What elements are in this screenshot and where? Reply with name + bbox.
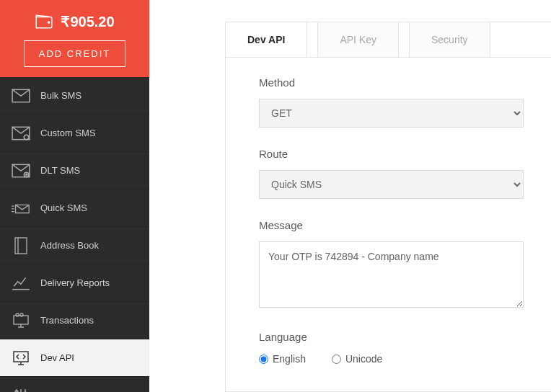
panel: Dev API API Key Security Method GET Rout… (225, 22, 551, 392)
radio-unicode[interactable]: Unicode (332, 353, 382, 365)
book-icon (12, 238, 30, 254)
sliders-icon (12, 388, 30, 393)
nav: Bulk SMS Custom SMS DLT SMS Quick SMS Ad… (0, 77, 149, 392)
sidebar-item-label: Custom SMS (40, 128, 96, 138)
svg-rect-10 (14, 352, 28, 362)
add-credit-button[interactable]: ADD CREDIT (24, 40, 125, 67)
sidebar-item-delivery-reports[interactable]: Delivery Reports (0, 264, 149, 302)
svg-rect-6 (15, 238, 27, 254)
sidebar-item-label: Delivery Reports (40, 277, 110, 288)
svg-point-8 (16, 313, 19, 316)
sidebar-item-label: DLT SMS (40, 165, 80, 176)
envelope-send-icon (12, 200, 30, 216)
sidebar-item-quick-sms[interactable]: Quick SMS (0, 190, 149, 227)
tabs: Dev API API Key Security (226, 22, 551, 58)
tab-security[interactable]: Security (409, 22, 490, 57)
sidebar-item-settings[interactable]: Settings (0, 377, 149, 392)
svg-point-3 (24, 135, 29, 140)
tab-dev-api[interactable]: Dev API (226, 22, 307, 57)
language-label: Language (259, 331, 524, 343)
sidebar-item-dev-api[interactable]: Dev API (0, 339, 149, 377)
route-label: Route (259, 148, 524, 160)
tab-api-key[interactable]: API Key (317, 22, 399, 57)
radio-unicode-input[interactable] (332, 355, 341, 364)
method-label: Method (259, 76, 524, 89)
wallet-balance-text: ₹905.20 (61, 13, 114, 30)
sidebar-item-label: Bulk SMS (40, 90, 81, 101)
envelope-gear-icon (12, 125, 30, 141)
form: Method GET Route Quick SMS Message Langu… (226, 58, 551, 365)
svg-point-9 (20, 313, 23, 316)
code-monitor-icon (12, 350, 30, 366)
sidebar-item-label: Dev API (40, 352, 74, 363)
language-radio-group: English Unicode (259, 353, 524, 365)
envelope-icon (12, 88, 30, 104)
sidebar-item-label: Transactions (40, 315, 94, 326)
radio-english-input[interactable] (259, 355, 268, 364)
sidebar-item-custom-sms[interactable]: Custom SMS (0, 115, 149, 152)
wallet-block: ₹905.20 ADD CREDIT (0, 0, 149, 77)
content: Dev API API Key Security Method GET Rout… (149, 0, 551, 392)
sidebar: ₹905.20 ADD CREDIT Bulk SMS Custom SMS D… (0, 0, 149, 392)
svg-rect-7 (14, 316, 28, 324)
sidebar-item-label: Address Book (40, 240, 99, 251)
sidebar-item-transactions[interactable]: Transactions (0, 302, 149, 339)
svg-point-0 (48, 22, 50, 23)
route-select[interactable]: Quick SMS (259, 170, 524, 199)
chart-icon (12, 275, 30, 291)
wallet-icon (35, 14, 53, 30)
sidebar-item-bulk-sms[interactable]: Bulk SMS (0, 77, 149, 115)
radio-english-label: English (273, 353, 306, 365)
sidebar-item-address-book[interactable]: Address Book (0, 227, 149, 264)
message-textarea[interactable] (259, 241, 524, 308)
monitor-money-icon (12, 313, 30, 329)
radio-english[interactable]: English (259, 353, 306, 365)
message-label: Message (259, 219, 524, 231)
envelope-plus-icon (12, 163, 30, 179)
sidebar-item-dlt-sms[interactable]: DLT SMS (0, 152, 149, 190)
radio-unicode-label: Unicode (345, 353, 382, 365)
decorative-blob (149, 0, 236, 375)
wallet-balance: ₹905.20 (35, 13, 114, 30)
method-select[interactable]: GET (259, 99, 524, 128)
sidebar-item-label: Quick SMS (40, 202, 87, 213)
